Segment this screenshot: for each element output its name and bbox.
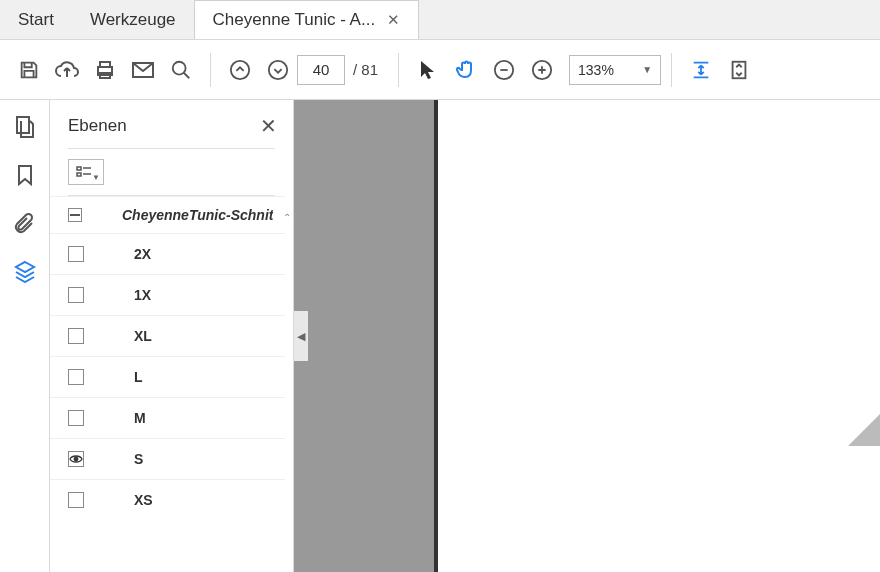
layers-panel: Ebenen ✕ ▼ ⌃ CheyenneTunic-Schnit 2X1XXL… [50,100,294,572]
layer-group-label: CheyenneTunic-Schnit [122,207,273,223]
page-corner-shadow [848,414,880,446]
save-icon[interactable] [10,51,48,89]
tab-close-icon[interactable]: ✕ [387,11,400,29]
layer-visibility-toggle[interactable] [68,451,84,467]
layer-label: S [134,451,143,467]
chevron-down-icon: ▼ [642,64,652,75]
panel-title: Ebenen [68,116,127,136]
bookmark-icon[interactable] [10,160,40,190]
attachment-icon[interactable] [10,208,40,238]
tab-document[interactable]: Cheyenne Tunic - A... ✕ [194,0,420,39]
layer-label: XS [134,492,153,508]
separator [398,53,399,87]
tab-tools-label: Werkzeuge [90,10,176,30]
fit-page-icon[interactable] [720,51,758,89]
svg-rect-1 [100,62,110,67]
tab-bar: Start Werkzeuge Cheyenne Tunic - A... ✕ [0,0,880,40]
layer-row[interactable]: 1X [50,274,285,315]
hand-tool-icon[interactable] [447,51,485,89]
panel-close-icon[interactable]: ✕ [260,114,277,138]
document-area[interactable]: ◀ [294,100,880,572]
layer-group-header[interactable]: CheyenneTunic-Schnit [50,196,285,233]
page-total-value: 81 [361,61,378,78]
layer-label: L [134,369,143,385]
toolbar: / 81 133% ▼ [0,40,880,100]
svg-rect-13 [70,214,80,216]
collapse-group-icon[interactable] [68,208,82,222]
layer-label: XL [134,328,152,344]
zoom-in-icon[interactable] [523,51,561,89]
zoom-value: 133% [578,62,614,78]
layer-row[interactable]: S [50,438,285,479]
print-icon[interactable] [86,51,124,89]
layer-row[interactable]: 2X [50,233,285,274]
svg-rect-11 [77,167,81,170]
tab-tools[interactable]: Werkzeuge [72,0,194,39]
separator [671,53,672,87]
page-down-icon[interactable] [259,51,297,89]
layer-label: 2X [134,246,151,262]
page-previous-edge [294,100,434,572]
layer-row[interactable]: M [50,397,285,438]
layer-row[interactable]: XL [50,315,285,356]
mail-icon[interactable] [124,51,162,89]
layers-list: CheyenneTunic-Schnit 2X1XXLLMSXS [50,196,293,572]
scroll-up-icon[interactable]: ⌃ [283,212,291,223]
tab-start[interactable]: Start [0,0,72,39]
layer-visibility-toggle[interactable] [68,287,84,303]
page-number-input[interactable] [297,55,345,85]
separator [210,53,211,87]
tab-start-label: Start [18,10,54,30]
thumbnails-icon[interactable] [10,112,40,142]
svg-point-4 [173,61,186,74]
cloud-upload-icon[interactable] [48,51,86,89]
layer-label: M [134,410,146,426]
svg-point-5 [231,60,249,78]
layer-row[interactable]: XS [50,479,285,520]
svg-rect-12 [77,173,81,176]
panel-options-button[interactable]: ▼ [68,159,104,185]
page-total-label: / 81 [353,61,378,78]
tab-document-label: Cheyenne Tunic - A... [213,10,376,30]
layer-visibility-toggle[interactable] [68,492,84,508]
layer-label: 1X [134,287,151,303]
zoom-out-icon[interactable] [485,51,523,89]
layer-visibility-toggle[interactable] [68,410,84,426]
svg-point-6 [269,60,287,78]
layers-icon[interactable] [10,256,40,286]
svg-point-14 [74,457,78,461]
layer-row[interactable]: L [50,356,285,397]
layer-visibility-toggle[interactable] [68,328,84,344]
page-up-icon[interactable] [221,51,259,89]
fit-width-icon[interactable] [682,51,720,89]
collapse-panel-handle[interactable]: ◀ [294,311,308,361]
search-icon[interactable] [162,51,200,89]
layer-visibility-toggle[interactable] [68,246,84,262]
page-canvas [434,100,880,572]
side-rail [0,100,50,572]
select-tool-icon[interactable] [409,51,447,89]
layer-visibility-toggle[interactable] [68,369,84,385]
zoom-select[interactable]: 133% ▼ [569,55,661,85]
svg-rect-10 [17,117,29,133]
